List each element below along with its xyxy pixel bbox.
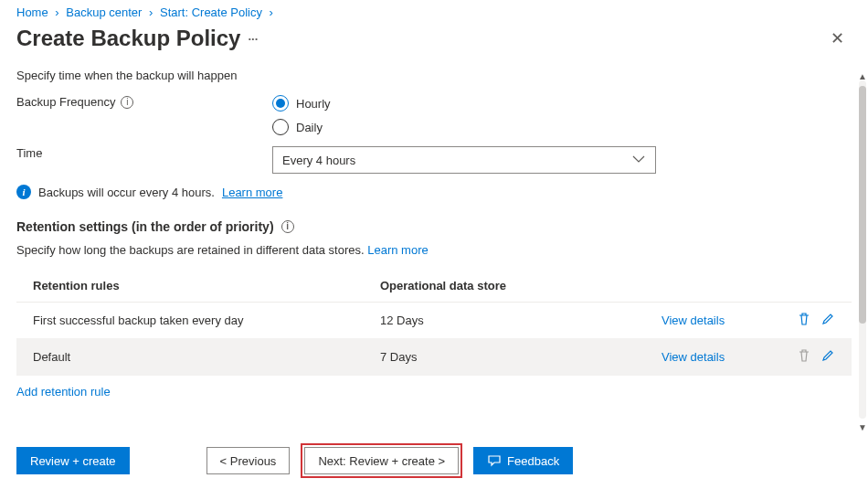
retention-title: Retention settings (in the order of prio… bbox=[16, 219, 274, 234]
radio-hourly-label: Hourly bbox=[296, 97, 331, 111]
edit-icon[interactable] bbox=[820, 312, 835, 329]
chevron-right-icon: › bbox=[55, 5, 58, 19]
scrollbar[interactable] bbox=[859, 80, 866, 419]
time-select[interactable]: Every 4 hours bbox=[272, 146, 656, 174]
table-row: First successful backup taken every day … bbox=[16, 303, 852, 339]
close-button[interactable]: ✕ bbox=[823, 25, 852, 52]
time-select-value: Every 4 hours bbox=[282, 154, 355, 167]
frequency-label: Backup Frequency bbox=[16, 95, 115, 109]
info-bar-text: Backups will occur every 4 hours. bbox=[38, 186, 215, 199]
chevron-right-icon: › bbox=[270, 5, 273, 19]
scroll-down-arrow[interactable]: ▼ bbox=[858, 422, 867, 432]
section-intro: Specify time when the backup will happen bbox=[16, 69, 852, 82]
delete-icon bbox=[797, 348, 811, 366]
breadcrumb-home[interactable]: Home bbox=[16, 5, 48, 19]
radio-hourly[interactable]: Hourly bbox=[272, 95, 331, 112]
rule-store: 12 Days bbox=[380, 314, 662, 327]
table-row: Default 7 Days View details bbox=[16, 339, 852, 376]
view-details-link[interactable]: View details bbox=[662, 314, 771, 327]
delete-icon[interactable] bbox=[797, 312, 811, 329]
more-actions-icon[interactable]: ··· bbox=[248, 32, 258, 46]
rule-store: 7 Days bbox=[380, 350, 662, 364]
radio-daily-label: Daily bbox=[296, 121, 323, 134]
col-retention-rules: Retention rules bbox=[33, 279, 380, 292]
rule-name: Default bbox=[33, 350, 380, 364]
next-button[interactable]: Next: Review + create > bbox=[304, 447, 459, 474]
page-title: Create Backup Policy bbox=[16, 26, 240, 51]
breadcrumb-backup-center[interactable]: Backup center bbox=[66, 5, 142, 19]
previous-button[interactable]: < Previous bbox=[206, 447, 291, 474]
time-label: Time bbox=[16, 146, 42, 160]
retention-learn-more-link[interactable]: Learn more bbox=[367, 243, 428, 257]
info-icon: i bbox=[16, 185, 31, 199]
radio-daily[interactable]: Daily bbox=[272, 119, 331, 135]
info-icon[interactable]: i bbox=[121, 96, 133, 109]
review-create-button[interactable]: Review + create bbox=[16, 447, 130, 474]
learn-more-link[interactable]: Learn more bbox=[222, 186, 282, 199]
feedback-icon bbox=[487, 453, 502, 468]
col-operational-store: Operational data store bbox=[380, 279, 662, 292]
rule-name: First successful backup taken every day bbox=[33, 314, 380, 327]
chevron-right-icon: › bbox=[149, 5, 153, 19]
view-details-link[interactable]: View details bbox=[662, 350, 771, 364]
add-retention-rule-link[interactable]: Add retention rule bbox=[16, 376, 852, 399]
info-icon[interactable]: i bbox=[281, 220, 294, 233]
scrollbar-thumb[interactable] bbox=[859, 86, 866, 324]
edit-icon[interactable] bbox=[820, 348, 835, 366]
chevron-down-icon bbox=[631, 152, 646, 169]
retention-subtitle: Specify how long the backups are retaine… bbox=[16, 243, 365, 257]
breadcrumb-create-policy[interactable]: Start: Create Policy bbox=[160, 5, 262, 19]
feedback-button[interactable]: Feedback bbox=[473, 447, 573, 474]
breadcrumb: Home › Backup center › Start: Create Pol… bbox=[16, 5, 852, 19]
